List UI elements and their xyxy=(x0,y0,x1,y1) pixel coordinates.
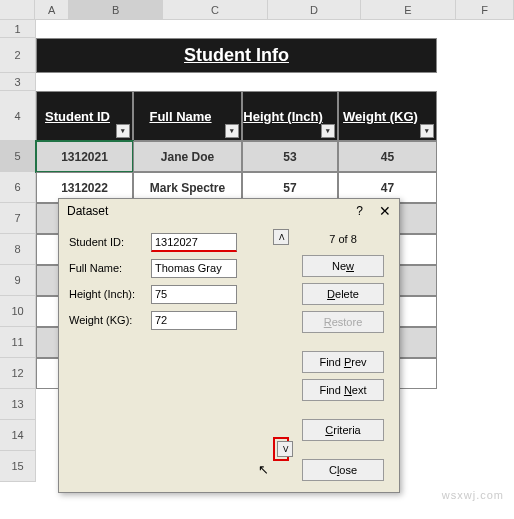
dialog-title: Dataset xyxy=(67,204,108,218)
scroll-down-icon[interactable]: ᐯ xyxy=(277,441,293,457)
filter-icon[interactable]: ▾ xyxy=(420,124,434,138)
student-id-field[interactable] xyxy=(151,233,237,252)
full-name-field[interactable] xyxy=(151,259,237,278)
filter-icon[interactable]: ▾ xyxy=(116,124,130,138)
label-student-id: Student ID: xyxy=(69,236,147,248)
row-12[interactable]: 12 xyxy=(0,358,35,389)
record-counter: 7 of 8 xyxy=(329,233,357,245)
col-a[interactable]: A xyxy=(35,0,70,19)
weight-field[interactable] xyxy=(151,311,237,330)
label-weight: Weight (KG): xyxy=(69,314,147,326)
help-icon[interactable]: ? xyxy=(356,204,363,218)
table-row: 1312021 Jane Doe 53 45 xyxy=(36,141,437,172)
row-13[interactable]: 13 xyxy=(0,389,35,420)
row-4[interactable]: 4 xyxy=(0,91,35,141)
find-prev-button[interactable]: Find Prev xyxy=(302,351,384,373)
height-field[interactable] xyxy=(151,285,237,304)
col-all[interactable] xyxy=(0,0,35,19)
th-full-name: Full Name▾ xyxy=(133,91,242,141)
row-headers: 1 2 3 4 5 6 7 8 9 10 11 12 13 14 15 xyxy=(0,20,36,482)
row-3[interactable]: 3 xyxy=(0,73,35,91)
watermark: wsxwj.com xyxy=(442,489,504,501)
cell-height[interactable]: 53 xyxy=(242,141,338,172)
row-15[interactable]: 15 xyxy=(0,451,35,482)
dataset-dialog: Dataset ? ✕ Student ID: Full Name: Heigh… xyxy=(58,198,400,493)
row-9[interactable]: 9 xyxy=(0,265,35,296)
col-d[interactable]: D xyxy=(268,0,361,19)
delete-button[interactable]: Delete xyxy=(302,283,384,305)
col-b[interactable]: B xyxy=(69,0,163,19)
label-height: Height (Inch): xyxy=(69,288,147,300)
column-headers: A B C D E F xyxy=(0,0,514,20)
col-e[interactable]: E xyxy=(361,0,456,19)
dialog-buttons: 7 of 8 New Delete Restore Find Prev Find… xyxy=(297,229,389,487)
page-title: Student Info xyxy=(36,38,437,73)
restore-button: Restore xyxy=(302,311,384,333)
cell-name[interactable]: Jane Doe xyxy=(133,141,242,172)
th-height: Height (Inch)▾ xyxy=(242,91,338,141)
criteria-button[interactable]: Criteria xyxy=(302,419,384,441)
filter-icon[interactable]: ▾ xyxy=(321,124,335,138)
record-scrollbar[interactable]: ᐱ ᐯ xyxy=(273,229,289,461)
row-2[interactable]: 2 xyxy=(0,38,35,73)
th-student-id: Student ID▾ xyxy=(36,91,133,141)
scroll-up-icon[interactable]: ᐱ xyxy=(273,229,289,245)
row-10[interactable]: 10 xyxy=(0,296,35,327)
label-full-name: Full Name: xyxy=(69,262,147,274)
row-14[interactable]: 14 xyxy=(0,420,35,451)
col-c[interactable]: C xyxy=(163,0,268,19)
new-button[interactable]: New xyxy=(302,255,384,277)
table-header: Student ID▾ Full Name▾ Height (Inch)▾ We… xyxy=(36,91,437,141)
cell-id[interactable]: 1312021 xyxy=(36,141,133,172)
dialog-form: Student ID: Full Name: Height (Inch): We… xyxy=(69,229,265,487)
col-f[interactable]: F xyxy=(456,0,514,19)
th-weight: Weight (KG)▾ xyxy=(338,91,437,141)
row-5[interactable]: 5 xyxy=(0,141,35,172)
row-6[interactable]: 6 xyxy=(0,172,35,203)
row-8[interactable]: 8 xyxy=(0,234,35,265)
row-11[interactable]: 11 xyxy=(0,327,35,358)
dialog-titlebar[interactable]: Dataset ? ✕ xyxy=(59,199,399,223)
close-button[interactable]: Close xyxy=(302,459,384,481)
find-next-button[interactable]: Find Next xyxy=(302,379,384,401)
row-7[interactable]: 7 xyxy=(0,203,35,234)
row-1[interactable]: 1 xyxy=(0,20,35,38)
filter-icon[interactable]: ▾ xyxy=(225,124,239,138)
cell-weight[interactable]: 45 xyxy=(338,141,437,172)
close-icon[interactable]: ✕ xyxy=(379,203,391,219)
